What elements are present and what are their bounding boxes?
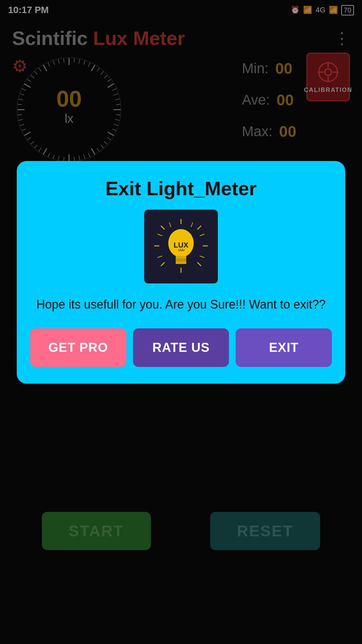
svg-line-73: [161, 262, 165, 266]
dialog-message: Hope its usefull for you. Are you Sure!!…: [36, 296, 325, 314]
svg-line-78: [200, 256, 204, 258]
svg-line-71: [161, 226, 165, 229]
app-icon: LUX: [144, 210, 218, 283]
svg-rect-84: [176, 261, 186, 264]
bulb-svg: LUX: [151, 216, 211, 276]
rate-us-button[interactable]: RATE US: [133, 328, 229, 367]
svg-line-77: [158, 256, 162, 258]
dialog-buttons: GET PRO RATE US EXIT: [30, 328, 332, 367]
svg-line-75: [158, 234, 162, 236]
lux-bulb: LUX: [151, 216, 211, 277]
svg-line-80: [191, 222, 193, 227]
svg-line-76: [200, 234, 204, 236]
svg-text:LUX: LUX: [174, 241, 188, 249]
svg-rect-83: [176, 259, 186, 261]
exit-dialog: Exit Light_Meter: [17, 161, 345, 384]
svg-line-72: [197, 226, 201, 229]
svg-line-74: [197, 262, 201, 266]
exit-button[interactable]: EXIT: [236, 328, 332, 367]
svg-line-79: [169, 222, 171, 227]
svg-rect-82: [176, 256, 186, 259]
dialog-title: Exit Light_Meter: [105, 177, 256, 200]
get-pro-button[interactable]: GET PRO: [30, 328, 126, 367]
